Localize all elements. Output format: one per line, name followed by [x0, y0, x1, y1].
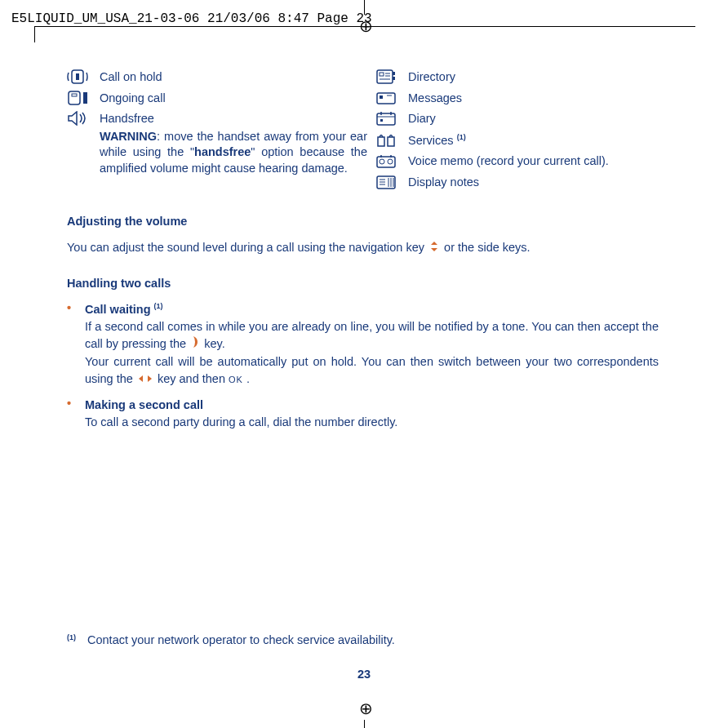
- nav-updown-icon: [429, 240, 439, 257]
- services-label: Services (1): [408, 132, 657, 149]
- adjusting-volume-heading: Adjusting the volume: [67, 215, 659, 228]
- svg-rect-20: [378, 137, 384, 146]
- registration-mark-icon: ⊕: [359, 699, 373, 718]
- handsfree-warning: WARNING: move the handset away from your…: [100, 129, 367, 177]
- page-content: Call on hold Ongoing call Handsfree WARN…: [67, 69, 659, 434]
- call-waiting-item: Call waiting (1) If a second call comes …: [85, 301, 659, 388]
- directory-label: Directory: [408, 69, 657, 86]
- ongoing-call-icon: [67, 91, 100, 105]
- diary-icon: [375, 111, 408, 126]
- voice-memo-icon: [375, 153, 408, 168]
- display-notes-icon: [375, 175, 408, 189]
- svg-rect-15: [377, 113, 395, 125]
- directory-icon: [375, 69, 408, 84]
- handsfree-icon: [67, 111, 100, 126]
- registration-mark-icon: ⊕: [359, 16, 373, 36]
- prepress-header: E5LIQUID_UM_USA_21-03-06 21/03/06 8:47 P…: [11, 11, 372, 26]
- svg-rect-19: [380, 119, 383, 122]
- svg-rect-11: [393, 77, 395, 80]
- ok-key-icon: OK: [229, 375, 243, 384]
- svg-rect-2: [69, 91, 80, 104]
- svg-rect-6: [380, 73, 384, 76]
- messages-label: Messages: [408, 91, 657, 107]
- svg-rect-14: [380, 95, 383, 99]
- call-on-hold-label: Call on hold: [100, 69, 367, 86]
- display-notes-label: Display notes: [408, 175, 657, 191]
- diary-label: Diary: [408, 111, 657, 127]
- svg-rect-4: [83, 92, 87, 104]
- svg-rect-5: [377, 70, 393, 83]
- crop-line: [34, 26, 36, 42]
- svg-rect-21: [388, 137, 394, 146]
- svg-point-23: [380, 159, 384, 164]
- footnote: (1) Contact your network operator to che…: [67, 633, 655, 646]
- call-key-icon: [191, 335, 199, 353]
- page-number: 23: [0, 668, 728, 681]
- bullet-icon: •: [67, 301, 85, 388]
- svg-rect-10: [393, 72, 395, 75]
- adjusting-volume-body: You can adjust the sound level during a …: [67, 239, 659, 257]
- making-second-call-item: Making a second call To call a second pa…: [85, 397, 659, 431]
- svg-point-24: [388, 159, 393, 164]
- handling-two-calls-heading: Handling two calls: [67, 277, 659, 290]
- bullet-icon: •: [67, 397, 85, 431]
- handsfree-label: Handsfree: [100, 112, 154, 125]
- svg-rect-1: [76, 73, 79, 80]
- nav-leftright-icon: [138, 371, 153, 388]
- svg-rect-3: [72, 94, 77, 96]
- voice-memo-label: Voice memo (record your current call).: [408, 153, 657, 170]
- ongoing-call-label: Ongoing call: [100, 91, 367, 107]
- messages-icon: [375, 91, 408, 105]
- call-on-hold-icon: [67, 69, 100, 84]
- services-icon: [375, 132, 408, 147]
